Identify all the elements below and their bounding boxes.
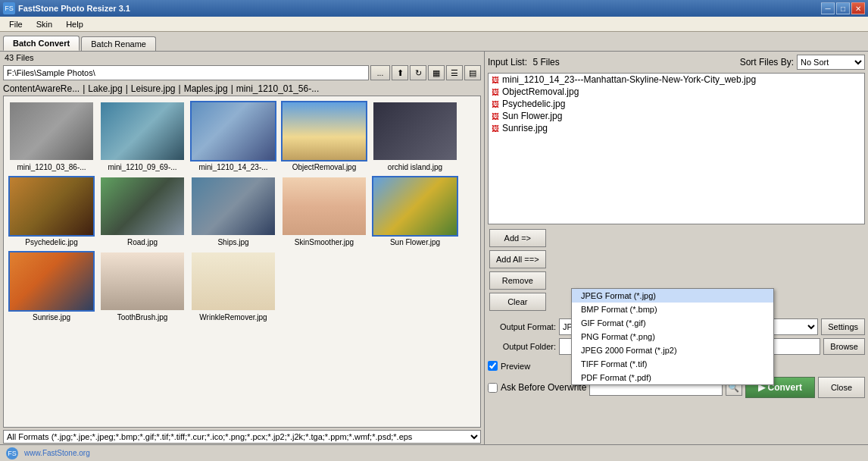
image-cell[interactable]: Road.jpg — [98, 174, 187, 248]
output-format-label: Output Format: — [488, 322, 556, 331]
app-title: FastStone Photo Resizer 3.1 — [18, 4, 130, 13]
input-list-box[interactable]: 🖼mini_1210_14_23---Manhattan-Skyline-New… — [488, 73, 865, 224]
add-all-button[interactable]: Add All ==> — [489, 250, 546, 268]
image-label: Road.jpg — [99, 238, 186, 246]
image-cell[interactable]: mini_1210_09_69-... — [98, 99, 187, 173]
main-area: 43 Files ... ⬆ ↻ ▦ ☰ ▤ ContentAwareRe...… — [0, 52, 868, 444]
browse-folder-button[interactable]: ... — [370, 65, 390, 80]
tab-batch-rename[interactable]: Batch Rename — [81, 36, 156, 51]
format-filter-select[interactable]: All Formats (*.jpg;*.jpe;*.jpeg;*.bmp;*.… — [3, 430, 481, 444]
preview-checkbox[interactable] — [488, 361, 498, 371]
list-item[interactable]: 🖼Sunrise.jpg — [489, 122, 864, 134]
file-name: ObjectRemoval.jpg — [502, 86, 579, 97]
image-thumb — [373, 102, 457, 160]
middle-buttons: Add => Add All ==> Remove Clear — [488, 227, 548, 312]
image-cell[interactable]: Sun Flower.jpg — [370, 174, 460, 248]
menu-skin[interactable]: Skin — [30, 19, 58, 30]
view-list-icon[interactable]: ☰ — [446, 65, 463, 80]
image-thumb — [373, 177, 457, 235]
close-button[interactable]: ✕ — [851, 2, 865, 14]
tab-batch-convert[interactable]: Batch Convert — [3, 36, 80, 51]
minimize-button[interactable]: ─ — [821, 2, 835, 14]
image-grid-container[interactable]: mini_1210_03_86-... mini_1210_09_69-... … — [3, 96, 481, 428]
image-cell[interactable]: WrinkleRemover.jpg — [189, 249, 278, 323]
image-thumb — [10, 252, 93, 310]
image-cell[interactable]: ToothBrush.jpg — [98, 249, 187, 323]
image-cell[interactable]: orchid island.jpg — [370, 99, 460, 173]
list-item[interactable]: 🖼ObjectRemoval.jpg — [489, 86, 864, 98]
file-name: mini_1210_14_23---Manhattan-Skyline-New-… — [502, 74, 756, 85]
dropdown-item-bmp[interactable]: BMP Format (*.bmp) — [572, 303, 773, 316]
menu-help[interactable]: Help — [60, 19, 89, 30]
image-label: Ships.jpg — [190, 238, 276, 246]
image-cell[interactable]: Sunrise.jpg — [7, 249, 96, 323]
image-thumb-wrap — [99, 101, 186, 162]
browse-output-button[interactable]: Browse — [823, 338, 865, 355]
menu-file[interactable]: File — [3, 19, 29, 30]
dropdown-item-gif[interactable]: GIF Format (*.gif) — [572, 316, 773, 330]
image-thumb — [192, 102, 275, 160]
file-count: 43 Files — [0, 52, 484, 64]
file-name: Sun Flower.jpg — [502, 111, 562, 121]
file-icon: 🖼 — [492, 76, 499, 84]
list-item[interactable]: 🖼Sun Flower.jpg — [489, 110, 864, 122]
refresh-icon[interactable]: ↻ — [410, 65, 426, 80]
status-url: www.FastStone.org — [24, 449, 90, 457]
image-thumb — [101, 102, 184, 160]
image-thumb — [283, 102, 366, 160]
preview-label: Preview — [501, 362, 530, 371]
image-thumb — [192, 252, 275, 310]
remove-button[interactable]: Remove — [489, 271, 546, 290]
input-list-title: Input List: 5 Files — [488, 57, 560, 67]
dropdown-item-jp2[interactable]: JPEG 2000 Format (*.jp2) — [572, 343, 773, 357]
image-cell[interactable]: Psychedelic.jpg — [7, 174, 96, 248]
image-cell[interactable]: SkinSmoother.jpg — [279, 174, 369, 248]
image-thumb — [10, 177, 93, 235]
filename-bar: ContentAwareRe... | Lake.jpg | Leisure.j… — [0, 82, 484, 96]
image-thumb — [101, 252, 184, 310]
add-button[interactable]: Add => — [489, 229, 546, 247]
image-thumb — [101, 177, 184, 235]
clear-button[interactable]: Clear — [489, 293, 546, 311]
image-thumb — [192, 177, 275, 235]
image-cell[interactable]: mini_1210_14_23-... — [189, 99, 278, 173]
menu-bar: File Skin Help — [0, 17, 868, 32]
maximize-button[interactable]: □ — [836, 2, 850, 14]
view-small-icon[interactable]: ▦ — [428, 65, 445, 80]
dropdown-item-pdf[interactable]: PDF Format (*.pdf) — [572, 371, 773, 384]
image-label: ObjectRemoval.jpg — [281, 163, 367, 171]
settings-button[interactable]: Settings — [821, 318, 865, 335]
list-item[interactable]: 🖼Psychedelic.jpg — [489, 98, 864, 110]
image-label: mini_1210_03_86-... — [8, 163, 95, 171]
list-item[interactable]: 🖼mini_1210_14_23---Manhattan-Skyline-New… — [489, 74, 864, 86]
dropdown-item-jpg[interactable]: JPEG Format (*.jpg) — [572, 289, 773, 303]
file-icon: 🖼 — [492, 124, 499, 133]
format-dropdown[interactable]: JPEG Format (*.jpg) BMP Format (*.bmp) G… — [571, 288, 774, 385]
output-folder-label: Output Folder: — [488, 342, 556, 351]
filename-4: mini_1210_01_56-... — [236, 83, 319, 94]
file-icon: 🖼 — [492, 88, 499, 96]
close-panel-button[interactable]: Close — [818, 377, 865, 398]
image-thumb-wrap — [99, 176, 186, 237]
input-list-header: Input List: 5 Files Sort Files By: No So… — [488, 55, 865, 70]
up-folder-icon[interactable]: ⬆ — [392, 65, 408, 80]
dropdown-item-png[interactable]: PNG Format (*.png) — [572, 330, 773, 343]
image-thumb-wrap — [8, 101, 95, 162]
sort-label: Sort Files By: — [740, 57, 794, 67]
image-label: mini_1210_14_23-... — [190, 163, 276, 171]
left-panel: 43 Files ... ⬆ ↻ ▦ ☰ ▤ ContentAwareRe...… — [0, 52, 485, 444]
sort-select[interactable]: No Sort Name Date Size — [797, 55, 865, 70]
folder-path-input[interactable] — [3, 65, 369, 80]
right-panel: Input List: 5 Files Sort Files By: No So… — [485, 52, 868, 444]
view-detail-icon[interactable]: ▤ — [464, 65, 481, 80]
file-icon: 🖼 — [492, 112, 499, 121]
image-label: mini_1210_09_69-... — [99, 163, 186, 171]
image-cell[interactable]: Ships.jpg — [189, 174, 278, 248]
image-cell[interactable]: mini_1210_03_86-... — [7, 99, 96, 173]
dropdown-item-tif[interactable]: TIFF Format (*.tif) — [572, 357, 773, 371]
image-thumb-wrap — [281, 101, 367, 162]
image-label: Sunrise.jpg — [8, 313, 95, 321]
ask-overwrite-checkbox[interactable] — [488, 383, 498, 393]
file-icon: 🖼 — [492, 100, 499, 108]
image-cell[interactable]: ObjectRemoval.jpg — [279, 99, 369, 173]
